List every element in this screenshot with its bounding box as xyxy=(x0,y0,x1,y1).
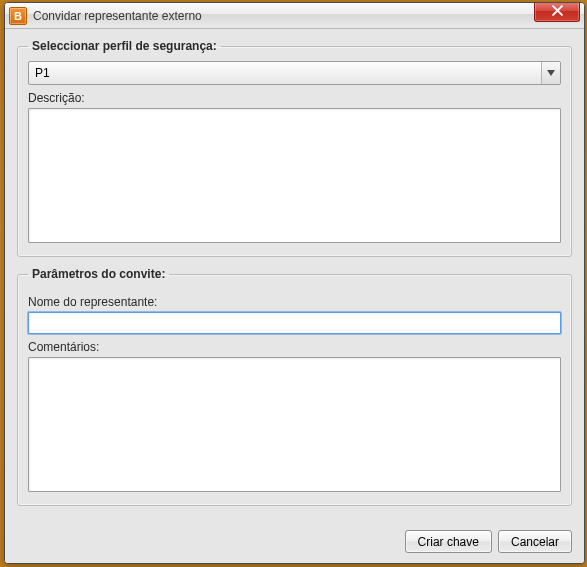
close-icon xyxy=(552,5,563,19)
close-button[interactable] xyxy=(534,2,580,22)
app-icon: B xyxy=(9,7,27,25)
invite-params-legend: Parâmetros do convite: xyxy=(28,267,169,281)
security-profile-value: P1 xyxy=(35,66,50,80)
comments-textarea[interactable] xyxy=(28,357,561,492)
chevron-down-icon xyxy=(541,62,560,84)
comments-label: Comentários: xyxy=(28,340,561,354)
window-title: Convidar representante externo xyxy=(33,9,202,23)
dialog-window: B Convidar representante externo Selecci… xyxy=(4,2,585,564)
invite-params-group: Parâmetros do convite: Nome do represent… xyxy=(17,267,572,506)
titlebar[interactable]: B Convidar representante externo xyxy=(5,3,584,29)
description-textarea[interactable] xyxy=(28,108,561,243)
security-profile-dropdown[interactable]: P1 xyxy=(28,61,561,85)
dialog-buttons: Criar chave Cancelar xyxy=(17,524,572,553)
create-key-button[interactable]: Criar chave xyxy=(405,530,492,553)
rep-name-input[interactable] xyxy=(28,312,561,334)
security-profile-group: Seleccionar perfil de segurança: P1 Desc… xyxy=(17,39,572,257)
description-label: Descrição: xyxy=(28,91,561,105)
rep-name-label: Nome do representante: xyxy=(28,295,561,309)
dialog-body: Seleccionar perfil de segurança: P1 Desc… xyxy=(5,29,584,563)
app-icon-letter: B xyxy=(14,10,22,22)
cancel-button[interactable]: Cancelar xyxy=(498,530,572,553)
security-profile-legend: Seleccionar perfil de segurança: xyxy=(28,39,221,53)
